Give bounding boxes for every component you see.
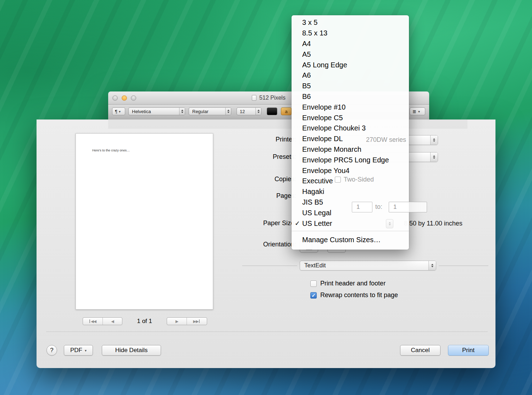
help-button[interactable]: ? bbox=[46, 345, 57, 356]
menu-item-label: 3 x 5 bbox=[302, 18, 317, 27]
printer-label: Printer: bbox=[222, 136, 296, 143]
menu-item-envelope-c5[interactable]: Envelope C5 bbox=[292, 112, 409, 123]
chevron-down-icon: ▾ bbox=[85, 349, 87, 352]
menu-item-a5-long-edge[interactable]: A5 Long Edge bbox=[292, 60, 409, 70]
cancel-button[interactable]: Cancel bbox=[400, 345, 440, 356]
page-nav-forward-group: ▶ ▶▶ bbox=[167, 317, 207, 325]
two-sided-checkbox[interactable] bbox=[335, 177, 341, 183]
page-nav-back-group: ◀◀ ◀ bbox=[83, 317, 122, 325]
hide-details-button[interactable]: Hide Details bbox=[102, 345, 161, 356]
print-button[interactable]: Print bbox=[448, 345, 489, 356]
checkmark-icon: ✓ bbox=[311, 293, 316, 298]
previous-icon: ◀ bbox=[111, 319, 113, 324]
menu-item-8-5-x-13[interactable]: 8.5 x 13 bbox=[292, 28, 409, 39]
footer-divider bbox=[46, 332, 488, 332]
menu-item-label: Envelope Choukei 3 bbox=[302, 124, 366, 132]
chevron-down-icon: ▾ bbox=[418, 110, 420, 113]
stepper-icon bbox=[428, 261, 436, 270]
paper-size-menu: 3 x 58.5 x 13A4A5A5 Long EdgeA6B5B6Envel… bbox=[292, 15, 409, 250]
font-size-select[interactable]: 12 bbox=[237, 107, 261, 115]
document-icon bbox=[252, 95, 256, 101]
first-page-bar-icon bbox=[89, 319, 90, 323]
paper-size-stepper-icon bbox=[386, 219, 393, 228]
list-style-dropdown[interactable]: ≣ ▾ bbox=[410, 107, 425, 115]
text-color-well[interactable] bbox=[267, 107, 277, 115]
menu-item-b6[interactable]: B6 bbox=[292, 91, 409, 102]
menu-item-label: A4 bbox=[302, 40, 311, 48]
settings-section-popup[interactable]: TextEdit bbox=[300, 261, 436, 271]
rewrap-contents-checkbox[interactable]: ✓ bbox=[310, 292, 317, 299]
menu-item-label: Hagaki bbox=[302, 188, 324, 196]
menu-item-label: US Letter bbox=[302, 219, 332, 228]
menu-item-label: Executive bbox=[302, 177, 333, 185]
chevron-down-icon: ▾ bbox=[119, 110, 121, 113]
pages-to-input[interactable]: 1 bbox=[389, 202, 427, 212]
copies-label: Copies: bbox=[222, 176, 296, 183]
sheet-shadow-band bbox=[108, 119, 467, 129]
menu-item-a4[interactable]: A4 bbox=[292, 39, 409, 49]
menu-item-envelope-choukei-3[interactable]: Envelope Choukei 3 bbox=[292, 123, 409, 134]
presets-label: Presets: bbox=[222, 153, 296, 161]
menu-item-manage-custom-sizes[interactable]: Manage Custom Sizes… bbox=[292, 233, 409, 247]
zoom-button[interactable] bbox=[131, 95, 136, 101]
paper-size-menu-items: 3 x 58.5 x 13A4A5A5 Long EdgeA6B5B6Envel… bbox=[292, 17, 409, 229]
menu-item-a5[interactable]: A5 bbox=[292, 49, 409, 60]
stepper-icon bbox=[430, 152, 438, 162]
list-icon: ≣ bbox=[412, 109, 416, 114]
last-page-button[interactable]: ▶▶ bbox=[187, 318, 206, 325]
menu-item-label: Envelope You4 bbox=[302, 167, 349, 175]
window-controls bbox=[112, 95, 136, 101]
menu-item-label: Envelope Monarch bbox=[302, 145, 361, 154]
print-preview-page: Here’s to the crazy ones… bbox=[76, 133, 213, 310]
section-divider-left bbox=[242, 266, 297, 266]
two-sided-label: Two-Sided bbox=[344, 176, 374, 183]
highlight-color-well[interactable]: a bbox=[281, 107, 292, 115]
previous-page-button[interactable]: ◀ bbox=[102, 318, 122, 325]
pages-to-label: to: bbox=[375, 203, 382, 211]
stepper-icon bbox=[179, 108, 185, 115]
desktop: 512 Pixels ¶ ▾ Helvetica Regular 12 bbox=[0, 0, 532, 395]
font-style-select[interactable]: Regular bbox=[189, 107, 231, 115]
fast-forward-icon: ▶▶ bbox=[193, 319, 199, 324]
minimize-button[interactable] bbox=[122, 95, 127, 101]
menu-item-3-x-5[interactable]: 3 x 5 bbox=[292, 17, 409, 28]
rewind-icon: ◀◀ bbox=[91, 319, 96, 324]
paragraph-style-dropdown[interactable]: ¶ ▾ bbox=[112, 107, 125, 115]
first-page-button[interactable]: ◀◀ bbox=[83, 318, 102, 325]
pages-from-input[interactable]: 1 bbox=[352, 202, 372, 212]
print-dialog: Here’s to the crazy ones… ◀◀ ◀ 1 of 1 ▶ … bbox=[37, 119, 495, 368]
close-button[interactable] bbox=[112, 95, 118, 101]
menu-item-label: 8.5 x 13 bbox=[302, 29, 327, 37]
stepper-icon bbox=[430, 135, 438, 145]
last-page-bar-icon bbox=[199, 319, 200, 323]
menu-item-label: A5 bbox=[302, 50, 311, 59]
orientation-label: Orientation: bbox=[222, 241, 296, 248]
pdf-menu-button[interactable]: PDF ▾ bbox=[64, 345, 93, 356]
menu-separator bbox=[292, 231, 409, 231]
printer-value-fragment: 270DW series bbox=[366, 136, 406, 144]
menu-item-label: A6 bbox=[302, 71, 311, 79]
pages-label: Pages: bbox=[222, 192, 296, 200]
menu-item-envelope-you4[interactable]: Envelope You4 bbox=[292, 165, 409, 176]
menu-item-envelope-10[interactable]: Envelope #10 bbox=[292, 102, 409, 112]
rewrap-contents-label: Rewrap contents to fit page bbox=[320, 291, 398, 299]
print-header-footer-label: Print header and footer bbox=[320, 280, 386, 287]
page-indicator: 1 of 1 bbox=[122, 318, 167, 325]
menu-item-envelope-prc5-long-edge[interactable]: Envelope PRC5 Long Edge bbox=[292, 155, 409, 165]
stepper-icon bbox=[255, 108, 261, 115]
question-icon: ? bbox=[50, 347, 53, 354]
menu-item-label: JIS B5 bbox=[302, 198, 323, 206]
section-divider-right bbox=[439, 266, 488, 266]
menu-item-label: B6 bbox=[302, 93, 311, 101]
font-family-select[interactable]: Helvetica bbox=[128, 107, 185, 115]
menu-item-label: B5 bbox=[302, 82, 311, 90]
checkmark-icon: ✓ bbox=[295, 219, 302, 227]
print-header-footer-checkbox[interactable] bbox=[310, 280, 317, 287]
menu-item-hagaki[interactable]: Hagaki bbox=[292, 187, 409, 197]
menu-item-label: Envelope C5 bbox=[302, 114, 343, 122]
next-icon: ▶ bbox=[176, 319, 178, 324]
menu-item-envelope-monarch[interactable]: Envelope Monarch bbox=[292, 144, 409, 155]
menu-item-b5[interactable]: B5 bbox=[292, 81, 409, 91]
next-page-button[interactable]: ▶ bbox=[167, 318, 187, 325]
menu-item-a6[interactable]: A6 bbox=[292, 70, 409, 81]
